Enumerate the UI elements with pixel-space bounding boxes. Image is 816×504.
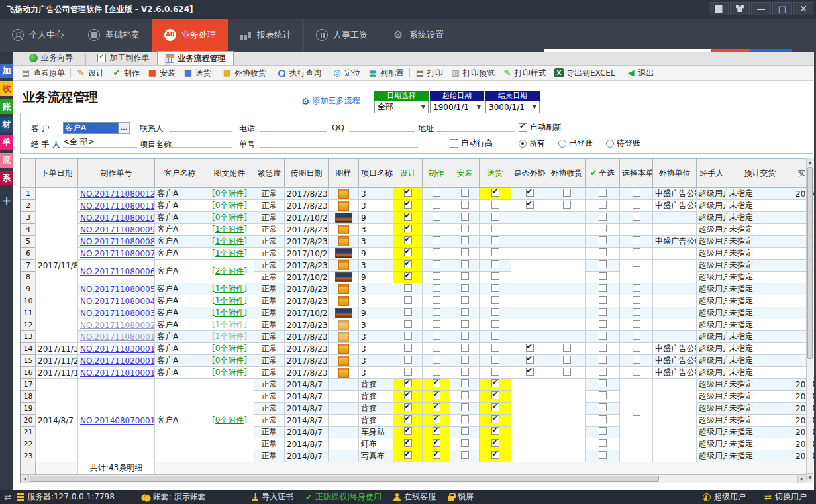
check-select-order[interactable] bbox=[633, 248, 640, 256]
date-dropdown-起始日期[interactable]: 1900/1/1▼ bbox=[430, 101, 484, 113]
check-design[interactable] bbox=[404, 368, 412, 376]
check-deliver[interactable] bbox=[491, 379, 499, 387]
check-deliver[interactable] bbox=[491, 344, 499, 352]
col-是否外协[interactable]: 是否外协 bbox=[511, 159, 548, 188]
toolbar-button-送货[interactable]: ■送货 bbox=[179, 66, 215, 80]
check-outsource-receive[interactable] bbox=[563, 356, 571, 364]
sidebar-item-加[interactable]: 加 bbox=[0, 64, 13, 78]
check-install[interactable] bbox=[461, 451, 469, 459]
check-install[interactable] bbox=[461, 236, 469, 244]
sidebar-item-账[interactable]: 账 bbox=[0, 99, 13, 114]
notes-button[interactable] bbox=[709, 2, 729, 15]
thumbnail-gold[interactable] bbox=[338, 320, 349, 330]
vertical-scroll-thumb[interactable] bbox=[807, 167, 813, 359]
check-select-order[interactable] bbox=[633, 332, 640, 340]
col-下单日期[interactable]: 下单日期 bbox=[36, 159, 78, 188]
tab-业务向导[interactable]: 业务向导 bbox=[21, 51, 81, 65]
import-cert-button[interactable]: ↓ 导入证书 bbox=[252, 491, 293, 503]
check-make[interactable] bbox=[433, 308, 440, 316]
thumbnail-gold[interactable] bbox=[338, 189, 349, 199]
check-select-order[interactable] bbox=[633, 308, 640, 316]
check-install[interactable] bbox=[461, 284, 469, 292]
vertical-scrollbar[interactable]: ▲ ▼ bbox=[806, 158, 813, 481]
check-design[interactable] bbox=[404, 213, 412, 221]
check-install[interactable] bbox=[461, 320, 469, 328]
attachment-link[interactable]: [1个附件] bbox=[207, 307, 252, 319]
tab-业务流程管理[interactable]: 业务流程管理 bbox=[157, 51, 234, 65]
check-select-all[interactable] bbox=[599, 379, 607, 387]
attachment-link[interactable]: [0个附件] bbox=[207, 343, 252, 354]
auto-refresh-checkbox[interactable] bbox=[519, 123, 527, 132]
order-link[interactable]: NO.201711080008 bbox=[80, 237, 155, 246]
thumbnail-gold[interactable] bbox=[338, 296, 349, 306]
check-deliver[interactable] bbox=[491, 332, 499, 340]
check-outsource-receive[interactable] bbox=[563, 201, 571, 209]
check-select-order[interactable] bbox=[633, 320, 640, 328]
check-install[interactable] bbox=[461, 403, 469, 411]
check-select-order[interactable] bbox=[633, 415, 640, 423]
check-design[interactable] bbox=[404, 403, 412, 411]
toolbar-button-打印样式[interactable]: ✎打印样式 bbox=[499, 66, 550, 80]
check-outsource-receive[interactable] bbox=[563, 189, 571, 197]
check-design[interactable] bbox=[404, 308, 412, 316]
attachment-link[interactable]: [1个附件] bbox=[207, 319, 252, 330]
toolbar-button-导出到EXCEL[interactable]: X导出到EXCEL bbox=[550, 66, 619, 80]
check-deliver[interactable] bbox=[491, 213, 499, 221]
attachment-link[interactable]: [1个附件] bbox=[207, 248, 252, 259]
attachment-link[interactable]: [1个附件] bbox=[207, 224, 252, 235]
check-design[interactable] bbox=[404, 225, 412, 232]
order-link[interactable]: NO.201711080011 bbox=[80, 201, 155, 211]
check-install[interactable] bbox=[461, 248, 469, 256]
attachment-link[interactable]: [1个附件] bbox=[207, 283, 252, 295]
thumbnail-sunset[interactable] bbox=[335, 272, 352, 282]
check-select-all[interactable] bbox=[599, 296, 607, 304]
check-select-order[interactable] bbox=[633, 236, 640, 244]
close-button[interactable]: × bbox=[793, 2, 813, 15]
check-make[interactable] bbox=[433, 248, 440, 256]
toolbar-button-打印[interactable]: ▤打印 bbox=[411, 66, 447, 80]
toolbar-button-退出[interactable]: ◀退出 bbox=[623, 66, 658, 80]
customer-input[interactable] bbox=[63, 122, 119, 134]
col-选择本单[interactable]: 选择本单 bbox=[620, 159, 653, 188]
date-dropdown-结束日期[interactable]: 3000/1/1▼ bbox=[485, 101, 540, 113]
col-项目名称[interactable]: 项目名称 bbox=[359, 159, 393, 188]
check-deliver[interactable] bbox=[491, 236, 499, 244]
check-install[interactable] bbox=[461, 308, 469, 316]
check-deliver[interactable] bbox=[491, 368, 499, 376]
check-deliver[interactable] bbox=[491, 439, 499, 447]
order-link[interactable]: NO.201711080001 bbox=[80, 332, 155, 342]
sidebar-item-系[interactable]: 系 bbox=[0, 171, 13, 185]
check-select-all[interactable] bbox=[599, 308, 607, 316]
horizontal-scroll-thumb[interactable] bbox=[30, 476, 659, 482]
col-客户名称[interactable]: 客户名称 bbox=[155, 159, 205, 188]
check-design[interactable] bbox=[404, 379, 412, 387]
check-install[interactable] bbox=[461, 332, 469, 340]
check-select-all[interactable] bbox=[599, 427, 607, 435]
check-deliver[interactable] bbox=[491, 320, 499, 328]
check-deliver[interactable] bbox=[491, 415, 499, 423]
check-select-order[interactable] bbox=[633, 189, 640, 197]
check-select-order[interactable] bbox=[633, 266, 640, 274]
lock-screen-button[interactable]: 锁屏 bbox=[448, 491, 474, 503]
nav-item-报表统计[interactable]: 报表统计 bbox=[228, 19, 304, 52]
scroll-left-button[interactable]: ◀ bbox=[21, 475, 29, 483]
thumbnail-gold[interactable] bbox=[338, 368, 349, 378]
order-no-input[interactable] bbox=[260, 136, 418, 148]
check-make[interactable] bbox=[433, 368, 440, 376]
check-design[interactable] bbox=[404, 344, 412, 352]
col-送货[interactable]: 送货 bbox=[480, 159, 511, 188]
check-design[interactable] bbox=[404, 284, 412, 292]
check-select-all[interactable] bbox=[599, 260, 607, 268]
thumbnail-gold[interactable] bbox=[338, 356, 349, 366]
check-install[interactable] bbox=[461, 379, 469, 387]
thumbnail-gold[interactable] bbox=[338, 236, 349, 246]
check-deliver[interactable] bbox=[491, 272, 499, 280]
check-select-all[interactable] bbox=[599, 332, 607, 340]
check-design[interactable] bbox=[404, 236, 412, 244]
check-make[interactable] bbox=[433, 189, 440, 197]
scroll-up-button[interactable]: ▲ bbox=[807, 158, 813, 166]
online-service-button[interactable]: 在线客服 bbox=[393, 491, 436, 503]
scroll-right-button[interactable]: ▶ bbox=[797, 475, 806, 483]
check-make[interactable] bbox=[433, 391, 440, 399]
scope-option-待登账[interactable]: 待登账 bbox=[606, 138, 640, 149]
